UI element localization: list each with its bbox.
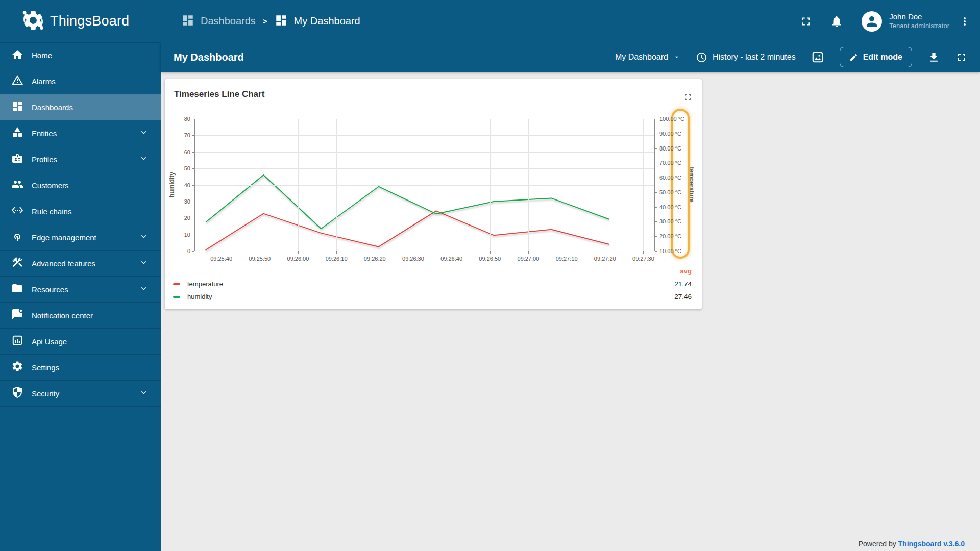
y-tick-label-left: 50 — [169, 165, 190, 171]
toolbar-actions: My Dashboard History - last 2 minutes Ed… — [615, 42, 968, 72]
y-tick-mark — [192, 135, 194, 136]
sidebar-item-advanced-features[interactable]: Advanced features — [0, 251, 161, 277]
dashboards-icon — [275, 14, 288, 29]
legend-avg-header: avg — [680, 267, 692, 275]
gridline-v — [567, 119, 567, 251]
sidebar-item-customers[interactable]: Customers — [0, 172, 161, 198]
gridline-h — [195, 168, 654, 169]
breadcrumb-separator: > — [263, 17, 267, 26]
x-tick-mark — [298, 251, 299, 254]
rule-chains-icon — [11, 204, 23, 218]
x-tick-label: 09:26:40 — [440, 256, 462, 262]
breadcrumb-my-dashboard[interactable]: My Dashboard — [275, 14, 360, 29]
x-tick-label: 09:25:40 — [210, 256, 232, 262]
product-name: ThingsBoard — [50, 13, 129, 29]
thingsboard-version-link[interactable]: Thingsboard v.3.6.0 — [898, 540, 965, 548]
dashboards-icon — [181, 14, 194, 29]
avatar[interactable] — [862, 11, 882, 32]
y-tick-mark — [192, 218, 194, 218]
gridline-h — [195, 152, 654, 153]
y-tick-label-left: 20 — [169, 215, 190, 221]
sidebar-item-profiles[interactable]: Profiles — [0, 146, 161, 172]
y-tick-mark — [655, 236, 657, 237]
user-menu[interactable]: John Doe Tenant administrator — [889, 12, 949, 30]
dashboard-toolbar: My Dashboard My Dashboard History - last… — [161, 42, 980, 72]
sidebar-item-security[interactable]: Security — [0, 381, 161, 407]
temperature-line — [206, 211, 609, 249]
y-tick-label-left: 30 — [169, 198, 190, 205]
sidebar-item-resources[interactable]: Resources — [0, 277, 161, 303]
image-icon[interactable] — [811, 51, 824, 64]
sidebar-item-edge-management[interactable]: Edge management — [0, 224, 161, 251]
y-tick-mark — [655, 251, 657, 252]
temperature-avg-value: 21.74 — [674, 280, 692, 288]
sidebar-item-alarms[interactable]: Alarms — [0, 68, 161, 94]
dashboard-select[interactable]: My Dashboard — [615, 53, 680, 62]
alarms-icon — [11, 74, 23, 88]
legend-item-temperature[interactable]: temperature 21.74 — [173, 278, 692, 290]
y-tick-label-right: 60.00 °C — [659, 174, 681, 181]
gridline-v — [260, 119, 260, 251]
x-tick-mark — [260, 251, 260, 254]
sidebar-item-notification-center[interactable]: Notification center — [0, 303, 161, 329]
y-tick-label-right: 80.00 °C — [659, 145, 681, 152]
x-tick-label: 09:27:00 — [518, 256, 540, 262]
chevron-down-icon — [673, 54, 680, 61]
thingsboard-logo-icon — [21, 9, 45, 34]
temperature-line-swatch — [173, 283, 180, 285]
chevron-down-icon — [139, 154, 149, 165]
timewindow-button[interactable]: History - last 2 minutes — [696, 52, 796, 63]
x-tick-mark — [643, 251, 644, 254]
x-tick-label: 09:26:10 — [326, 256, 348, 262]
gridline-v — [375, 119, 375, 251]
more-vert-icon[interactable] — [959, 15, 971, 28]
profiles-icon — [11, 152, 23, 166]
notifications-icon[interactable] — [830, 15, 843, 28]
sidebar-item-label: Dashboards — [32, 103, 149, 112]
gridline-v — [336, 119, 337, 251]
gridline-h — [195, 218, 654, 218]
breadcrumb-dashboards[interactable]: Dashboards — [181, 14, 256, 29]
x-tick-label: 09:26:00 — [287, 256, 309, 262]
dashboards-icon — [11, 100, 23, 114]
x-tick-label: 09:25:50 — [249, 256, 271, 262]
y-tick-label-left: 80 — [169, 116, 190, 122]
y-tick-mark — [192, 152, 194, 153]
sidebar-item-label: Customers — [32, 181, 149, 190]
edit-icon — [849, 53, 858, 62]
fullscreen-icon[interactable] — [799, 15, 813, 28]
sidebar-item-dashboards[interactable]: Dashboards — [0, 94, 161, 120]
timeseries-widget-card: Timeseries Line Chart humidity temperatu… — [165, 79, 702, 309]
chevron-down-icon — [139, 284, 149, 295]
chart-legend: avg temperature 21.74 humidity 27.46 — [173, 265, 692, 303]
top-header: ThingsBoard Dashboards > My Dashboard — [0, 0, 980, 42]
gridline-v — [643, 119, 644, 251]
dashboard-content: Timeseries Line Chart humidity temperatu… — [161, 72, 980, 551]
y-tick-mark — [192, 185, 194, 186]
sidebar-item-entities[interactable]: Entities — [0, 120, 161, 146]
y-tick-mark — [655, 134, 657, 134]
x-tick-label: 09:27:30 — [632, 256, 654, 262]
y-tick-label-left: 60 — [169, 149, 190, 155]
fullscreen-icon[interactable] — [955, 51, 968, 63]
y-tick-mark — [655, 119, 657, 119]
x-tick-label: 09:26:20 — [364, 256, 386, 262]
edit-mode-button[interactable]: Edit mode — [840, 47, 912, 67]
x-tick-mark — [605, 251, 605, 254]
sidebar-item-settings[interactable]: Settings — [0, 355, 161, 381]
gridline-v — [490, 119, 491, 251]
sidebar-item-label: Resources — [32, 285, 131, 294]
sidebar: HomeAlarmsDashboardsEntitiesProfilesCust… — [0, 42, 161, 551]
y-tick-label-right: 10.00 °C — [659, 248, 681, 254]
download-icon[interactable] — [927, 51, 940, 64]
sidebar-item-api-usage[interactable]: Api Usage — [0, 329, 161, 355]
logo[interactable]: ThingsBoard — [0, 9, 161, 34]
y-tick-mark — [655, 148, 657, 149]
sidebar-item-label: Advanced features — [32, 259, 131, 268]
y-tick-label-left: 0 — [169, 248, 190, 254]
sidebar-item-rule-chains[interactable]: Rule chains — [0, 198, 161, 224]
sidebar-item-home[interactable]: Home — [0, 42, 161, 68]
header-actions: John Doe Tenant administrator — [799, 0, 971, 42]
customers-icon — [11, 178, 23, 192]
legend-item-humidity[interactable]: humidity 27.46 — [173, 290, 692, 303]
